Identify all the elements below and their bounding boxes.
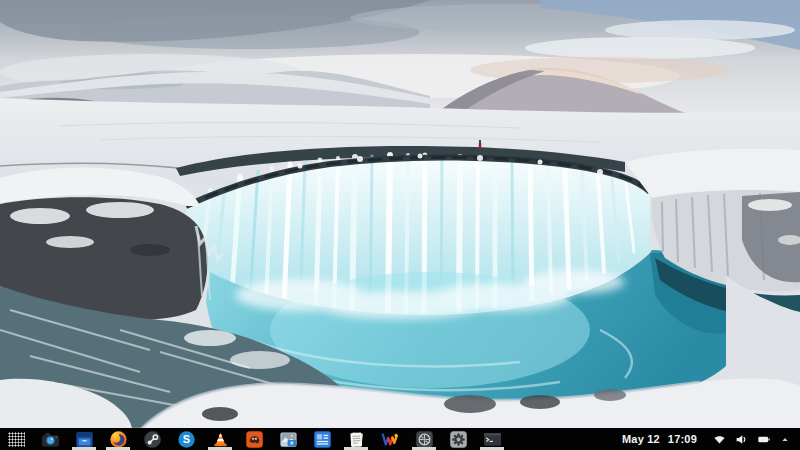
files-icon <box>75 430 94 449</box>
desktop-wallpaper <box>0 0 800 430</box>
dock-app-steam[interactable] <box>142 428 162 450</box>
dock-app-camera[interactable] <box>40 428 60 450</box>
writer-icon <box>313 430 332 449</box>
wps-icon <box>381 430 400 449</box>
dock-app-files[interactable] <box>74 428 94 450</box>
dock-app-wps[interactable] <box>380 428 400 450</box>
tray-caret-icon[interactable] <box>780 434 790 445</box>
camera-icon <box>41 430 60 449</box>
terminal-icon <box>483 430 502 449</box>
dock-app-texteditor[interactable] <box>346 428 366 450</box>
screenshot-icon <box>279 430 298 449</box>
media-icon <box>415 430 434 449</box>
dock-app-screenshot[interactable] <box>278 428 298 450</box>
dock-app-media[interactable] <box>414 428 434 450</box>
dock-app-terminal[interactable] <box>482 428 502 450</box>
gimp-icon <box>245 430 264 449</box>
skype-icon: S <box>177 430 196 449</box>
dock-app-settings[interactable] <box>448 428 468 450</box>
dock: S <box>40 428 502 450</box>
dock-app-skype[interactable]: S <box>176 428 196 450</box>
desktop[interactable] <box>0 0 800 450</box>
clock[interactable]: May 12 17:09 <box>622 433 697 445</box>
show-applications-button[interactable] <box>8 432 25 447</box>
dock-app-writer[interactable] <box>312 428 332 450</box>
settings-icon <box>449 430 468 449</box>
svg-text:S: S <box>182 433 189 445</box>
clock-time: 17:09 <box>668 433 697 445</box>
dock-app-vlc[interactable] <box>210 428 230 450</box>
firefox-icon <box>109 430 128 449</box>
texteditor-icon <box>347 430 366 449</box>
dock-app-gimp[interactable] <box>244 428 264 450</box>
steam-icon <box>143 430 162 449</box>
wifi-icon[interactable] <box>713 433 726 446</box>
volume-icon[interactable] <box>735 433 748 446</box>
dock-app-firefox[interactable] <box>108 428 128 450</box>
clock-date: May 12 <box>622 433 660 445</box>
person-in-red <box>479 140 481 148</box>
system-tray: May 12 17:09 <box>622 433 790 446</box>
vlc-icon <box>211 430 230 449</box>
battery-icon[interactable] <box>757 433 771 446</box>
taskbar: S May 12 17:09 <box>0 428 800 450</box>
